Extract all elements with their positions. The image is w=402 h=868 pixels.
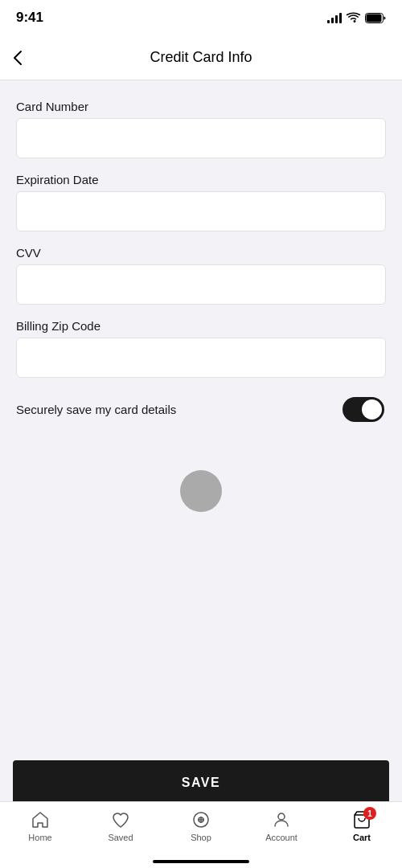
nav-label-account: Account bbox=[265, 833, 297, 842]
nav-label-shop: Shop bbox=[191, 833, 211, 842]
bottom-nav: Home Saved Shop Account bbox=[0, 801, 402, 868]
save-card-label: Securely save my card details bbox=[16, 403, 176, 416]
cvv-label: CVV bbox=[16, 246, 386, 260]
loading-indicator bbox=[180, 470, 222, 512]
signal-icon bbox=[327, 12, 342, 23]
toggle-thumb bbox=[362, 399, 382, 420]
expiration-date-label: Expiration Date bbox=[16, 173, 386, 186]
expiration-date-group: Expiration Date bbox=[16, 173, 386, 231]
expiration-date-input[interactable] bbox=[16, 191, 386, 231]
nav-item-account[interactable]: Account bbox=[241, 810, 322, 842]
status-bar: 9:41 bbox=[0, 0, 402, 35]
wifi-icon bbox=[347, 13, 360, 23]
home-icon bbox=[31, 810, 50, 829]
nav-item-cart[interactable]: 1 Cart bbox=[322, 810, 402, 842]
shop-icon bbox=[191, 810, 211, 829]
svg-rect-1 bbox=[367, 14, 382, 22]
save-card-toggle[interactable] bbox=[343, 397, 384, 422]
billing-zip-group: Billing Zip Code bbox=[16, 319, 386, 378]
main-content: Card Number Expiration Date CVV Billing … bbox=[0, 80, 402, 531]
battery-icon bbox=[365, 13, 386, 23]
account-icon bbox=[272, 810, 291, 829]
card-number-input[interactable] bbox=[16, 118, 386, 158]
page-title: Credit Card Info bbox=[150, 49, 252, 66]
nav-item-saved[interactable]: Saved bbox=[80, 810, 161, 842]
cart-badge: 1 bbox=[363, 807, 376, 820]
nav-header: Credit Card Info bbox=[0, 35, 402, 80]
cvv-group: CVV bbox=[16, 246, 386, 305]
toggle-track bbox=[343, 397, 384, 422]
back-button[interactable] bbox=[13, 50, 23, 66]
card-number-label: Card Number bbox=[16, 100, 386, 113]
cart-icon: 1 bbox=[352, 810, 371, 829]
nav-label-home: Home bbox=[28, 833, 51, 842]
save-card-toggle-row: Securely save my card details bbox=[16, 397, 386, 422]
svg-point-6 bbox=[278, 813, 285, 820]
save-button[interactable]: SAVE bbox=[13, 760, 389, 805]
status-time: 9:41 bbox=[16, 10, 43, 26]
cvv-input[interactable] bbox=[16, 264, 386, 305]
nav-item-shop[interactable]: Shop bbox=[161, 810, 241, 842]
billing-zip-input[interactable] bbox=[16, 338, 386, 378]
billing-zip-label: Billing Zip Code bbox=[16, 319, 386, 333]
save-button-container: SAVE bbox=[0, 760, 402, 805]
home-indicator bbox=[153, 860, 249, 863]
card-number-group: Card Number bbox=[16, 100, 386, 158]
heart-icon bbox=[111, 810, 130, 829]
nav-item-home[interactable]: Home bbox=[0, 810, 80, 842]
nav-label-cart: Cart bbox=[353, 833, 371, 842]
status-icons bbox=[327, 12, 386, 23]
nav-label-saved: Saved bbox=[108, 833, 133, 842]
